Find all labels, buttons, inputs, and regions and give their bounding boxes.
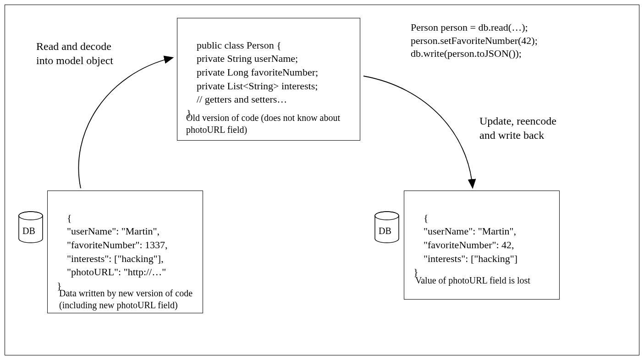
- diagram-frame: public class Person { private String use…: [5, 5, 639, 355]
- class-caption: Old version of code (does not know about…: [186, 112, 369, 136]
- usage-code-text: Person person = db.read(…); person.setFa…: [411, 21, 538, 60]
- json-left-caption: Data written by new version of code (inc…: [59, 287, 233, 311]
- db-right-label: DB: [379, 226, 391, 236]
- update-write-label: Update, reencode and write back: [479, 114, 556, 142]
- db-left-label: DB: [22, 226, 35, 236]
- json-right-text: { "userName": "Martin", "favoriteNumber"…: [413, 212, 517, 278]
- read-decode-label: Read and decode into model object: [36, 39, 113, 68]
- json-right-caption: Value of photoURL field is lost: [415, 274, 571, 286]
- json-left-text: { "userName": "Martin", "favoriteNumber"…: [57, 212, 168, 291]
- class-code-text: public class Person { private String use…: [187, 39, 318, 119]
